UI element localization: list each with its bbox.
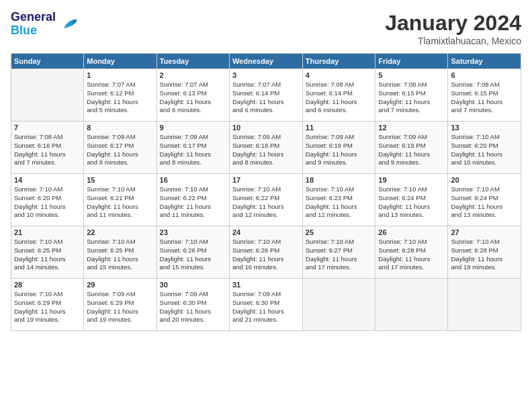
calendar-cell: 26Sunrise: 7:10 AMSunset: 6:28 PMDayligh… [375, 226, 448, 279]
calendar-cell: 4Sunrise: 7:08 AMSunset: 6:14 PMDaylight… [302, 69, 375, 122]
calendar-cell: 18Sunrise: 7:10 AMSunset: 6:23 PMDayligh… [302, 174, 375, 226]
calendar-cell [11, 69, 84, 122]
calendar-cell: 27Sunrise: 7:10 AMSunset: 6:28 PMDayligh… [448, 226, 521, 279]
day-number: 24 [232, 228, 300, 236]
day-info: Sunrise: 7:10 AMSunset: 6:25 PMDaylight:… [87, 238, 153, 272]
calendar-cell [448, 279, 521, 331]
day-info: Sunrise: 7:09 AMSunset: 6:19 PMDaylight:… [306, 133, 373, 167]
day-number: 29 [87, 281, 153, 289]
day-number: 23 [160, 228, 226, 236]
calendar-cell: 13Sunrise: 7:10 AMSunset: 6:20 PMDayligh… [448, 122, 521, 174]
weekday-header: Wednesday [229, 54, 302, 69]
day-info: Sunrise: 7:10 AMSunset: 6:24 PMDaylight:… [378, 185, 445, 220]
calendar-cell [302, 279, 375, 331]
day-info: Sunrise: 7:10 AMSunset: 6:20 PMDaylight:… [14, 185, 81, 220]
day-number: 17 [232, 176, 300, 184]
calendar-cell: 3Sunrise: 7:07 AMSunset: 6:14 PMDaylight… [229, 69, 302, 122]
day-info: Sunrise: 7:10 AMSunset: 6:23 PMDaylight:… [306, 185, 373, 220]
calendar-cell: 10Sunrise: 7:09 AMSunset: 6:18 PMDayligh… [229, 122, 302, 174]
day-info: Sunrise: 7:08 AMSunset: 6:15 PMDaylight:… [378, 81, 445, 115]
weekday-header: Friday [375, 54, 448, 69]
day-number: 4 [306, 71, 373, 79]
calendar-cell: 19Sunrise: 7:10 AMSunset: 6:24 PMDayligh… [375, 174, 448, 226]
day-info: Sunrise: 7:10 AMSunset: 6:26 PMDaylight:… [160, 238, 226, 272]
day-number: 30 [160, 281, 226, 289]
day-number: 9 [160, 124, 226, 132]
calendar-table: SundayMondayTuesdayWednesdayThursdayFrid… [11, 53, 521, 331]
day-number: 2 [160, 71, 226, 79]
day-info: Sunrise: 7:09 AMSunset: 6:19 PMDaylight:… [378, 133, 445, 167]
calendar-cell: 20Sunrise: 7:10 AMSunset: 6:24 PMDayligh… [448, 174, 521, 226]
calendar-week-row: 14Sunrise: 7:10 AMSunset: 6:20 PMDayligh… [11, 174, 521, 226]
day-info: Sunrise: 7:09 AMSunset: 6:17 PMDaylight:… [87, 133, 153, 167]
day-number: 31 [232, 281, 300, 289]
day-info: Sunrise: 7:09 AMSunset: 6:17 PMDaylight:… [160, 133, 226, 167]
calendar-cell: 23Sunrise: 7:10 AMSunset: 6:26 PMDayligh… [157, 226, 229, 279]
calendar-week-row: 21Sunrise: 7:10 AMSunset: 6:25 PMDayligh… [11, 226, 521, 279]
day-number: 3 [232, 71, 300, 79]
logo-blue: Blue [11, 24, 37, 37]
logo-text: GeneralBlue [11, 11, 56, 38]
calendar-week-row: 7Sunrise: 7:08 AMSunset: 6:16 PMDaylight… [11, 122, 521, 174]
day-number: 21 [14, 228, 81, 236]
location-title: Tlamixtlahuacan, Mexico [385, 36, 521, 46]
calendar-cell: 16Sunrise: 7:10 AMSunset: 6:22 PMDayligh… [157, 174, 229, 226]
calendar-cell: 8Sunrise: 7:09 AMSunset: 6:17 PMDaylight… [84, 122, 157, 174]
day-info: Sunrise: 7:10 AMSunset: 6:22 PMDaylight:… [232, 185, 300, 220]
calendar-week-row: 28Sunrise: 7:10 AMSunset: 6:29 PMDayligh… [11, 279, 521, 331]
day-number: 11 [306, 124, 373, 132]
day-number: 5 [378, 71, 445, 79]
day-info: Sunrise: 7:10 AMSunset: 6:25 PMDaylight:… [14, 238, 81, 272]
calendar-week-row: 1Sunrise: 7:07 AMSunset: 6:12 PMDaylight… [11, 69, 521, 122]
day-info: Sunrise: 7:10 AMSunset: 6:27 PMDaylight:… [306, 238, 373, 272]
calendar-cell: 28Sunrise: 7:10 AMSunset: 6:29 PMDayligh… [11, 279, 84, 331]
calendar-cell: 25Sunrise: 7:10 AMSunset: 6:27 PMDayligh… [302, 226, 375, 279]
day-info: Sunrise: 7:10 AMSunset: 6:26 PMDaylight:… [232, 238, 300, 272]
calendar-cell: 12Sunrise: 7:09 AMSunset: 6:19 PMDayligh… [375, 122, 448, 174]
calendar-cell: 1Sunrise: 7:07 AMSunset: 6:12 PMDaylight… [84, 69, 157, 122]
weekday-header: Saturday [448, 54, 521, 69]
day-info: Sunrise: 7:07 AMSunset: 6:12 PMDaylight:… [87, 81, 153, 115]
calendar-cell: 17Sunrise: 7:10 AMSunset: 6:22 PMDayligh… [229, 174, 302, 226]
day-info: Sunrise: 7:09 AMSunset: 6:29 PMDaylight:… [87, 290, 153, 324]
day-number: 1 [87, 71, 153, 79]
day-number: 7 [14, 124, 81, 132]
weekday-header: Thursday [302, 54, 375, 69]
calendar-cell: 15Sunrise: 7:10 AMSunset: 6:21 PMDayligh… [84, 174, 157, 226]
day-number: 27 [451, 228, 518, 236]
day-info: Sunrise: 7:10 AMSunset: 6:21 PMDaylight:… [87, 185, 153, 220]
day-info: Sunrise: 7:10 AMSunset: 6:29 PMDaylight:… [14, 290, 81, 324]
day-info: Sunrise: 7:08 AMSunset: 6:15 PMDaylight:… [451, 81, 518, 115]
day-info: Sunrise: 7:10 AMSunset: 6:28 PMDaylight:… [451, 238, 518, 272]
calendar-cell: 2Sunrise: 7:07 AMSunset: 6:13 PMDaylight… [157, 69, 229, 122]
calendar-cell [375, 279, 448, 331]
day-info: Sunrise: 7:08 AMSunset: 6:14 PMDaylight:… [306, 81, 373, 115]
header: GeneralBlue January 2024 Tlamixtlahuacan… [11, 11, 521, 46]
calendar-cell: 22Sunrise: 7:10 AMSunset: 6:25 PMDayligh… [84, 226, 157, 279]
day-number: 15 [87, 176, 153, 184]
calendar-cell: 14Sunrise: 7:10 AMSunset: 6:20 PMDayligh… [11, 174, 84, 226]
calendar-cell: 7Sunrise: 7:08 AMSunset: 6:16 PMDaylight… [11, 122, 84, 174]
logo-bird-icon [58, 13, 80, 35]
calendar-cell: 29Sunrise: 7:09 AMSunset: 6:29 PMDayligh… [84, 279, 157, 331]
calendar-cell: 5Sunrise: 7:08 AMSunset: 6:15 PMDaylight… [375, 69, 448, 122]
calendar-cell: 31Sunrise: 7:09 AMSunset: 6:30 PMDayligh… [229, 279, 302, 331]
day-info: Sunrise: 7:09 AMSunset: 6:18 PMDaylight:… [232, 133, 300, 167]
day-number: 13 [451, 124, 518, 132]
day-number: 26 [378, 228, 445, 236]
calendar-cell: 6Sunrise: 7:08 AMSunset: 6:15 PMDaylight… [448, 69, 521, 122]
day-info: Sunrise: 7:10 AMSunset: 6:28 PMDaylight:… [378, 238, 445, 272]
day-info: Sunrise: 7:09 AMSunset: 6:30 PMDaylight:… [232, 290, 300, 324]
weekday-header: Sunday [11, 54, 84, 69]
day-info: Sunrise: 7:07 AMSunset: 6:14 PMDaylight:… [232, 81, 300, 115]
day-number: 18 [306, 176, 373, 184]
day-number: 8 [87, 124, 153, 132]
page: GeneralBlue January 2024 Tlamixtlahuacan… [0, 0, 532, 411]
day-number: 16 [160, 176, 226, 184]
calendar-cell: 30Sunrise: 7:09 AMSunset: 6:30 PMDayligh… [157, 279, 229, 331]
day-number: 25 [306, 228, 373, 236]
calendar-header-row: SundayMondayTuesdayWednesdayThursdayFrid… [11, 54, 521, 69]
day-number: 28 [14, 281, 81, 289]
day-number: 22 [87, 228, 153, 236]
weekday-header: Tuesday [157, 54, 229, 69]
